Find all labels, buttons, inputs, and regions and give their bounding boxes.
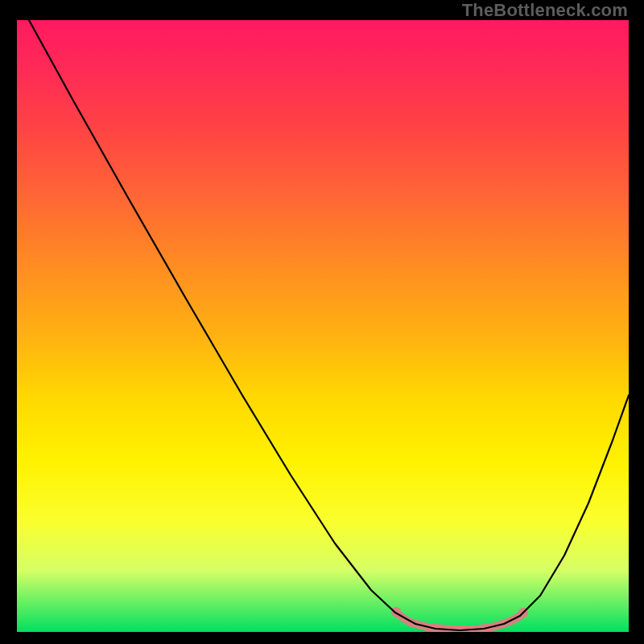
curve-svg [17, 20, 629, 632]
bottleneck-curve-path [29, 20, 629, 630]
plot-area [17, 20, 629, 632]
chart-container: TheBottleneck.com [0, 0, 644, 644]
watermark-label: TheBottleneck.com [462, 0, 628, 21]
highlight-band-path [397, 613, 522, 630]
